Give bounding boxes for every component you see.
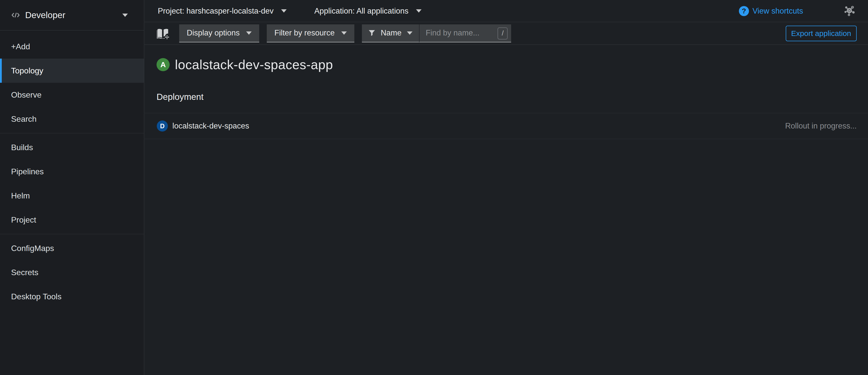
display-options-dropdown[interactable]: Display options — [179, 24, 259, 42]
application-badge: A — [157, 58, 169, 71]
perspective-label: Developer — [25, 10, 65, 20]
project-selector-label: Project: harshcasper-localsta-dev — [158, 6, 274, 15]
find-by-name-input[interactable] — [419, 24, 511, 42]
deployment-kind-badge: D — [157, 121, 168, 132]
chevron-down-icon — [246, 31, 252, 35]
topology-list-view: A localstack-dev-spaces-app Deployment D… — [145, 57, 868, 139]
filter-funnel-icon — [368, 29, 375, 37]
context-bar: Project: harshcasper-localsta-dev Applic… — [145, 0, 868, 22]
chevron-down-icon — [341, 31, 347, 35]
name-filter-label: Name — [381, 28, 402, 37]
resource-kind-heading: Deployment — [157, 92, 868, 102]
sidebar-item-pipelines[interactable]: Pipelines — [0, 160, 144, 183]
nav-group-build: Builds Pipelines Helm Project — [0, 133, 144, 234]
deployment-name: localstack-dev-spaces — [173, 122, 249, 131]
nav-group-main: +Add Topology Observe Search — [0, 30, 144, 133]
sidebar-item-helm[interactable]: Helm — [0, 183, 144, 208]
sidebar-item-desktop-tools[interactable]: Desktop Tools — [0, 284, 144, 309]
name-filter-group: Name / — [362, 24, 512, 42]
sidebar: Developer +Add Topology Observe Search B… — [0, 0, 144, 375]
sidebar-item-add[interactable]: +Add — [0, 34, 144, 59]
question-circle-icon: ? — [739, 6, 749, 16]
filter-by-resource-label: Filter by resource — [274, 28, 335, 37]
deployment-row[interactable]: D localstack-dev-spaces Rollout in progr… — [145, 113, 868, 139]
chevron-down-icon — [416, 9, 422, 12]
view-shortcuts-label: View shortcuts — [752, 6, 803, 15]
code-icon — [11, 10, 20, 20]
chevron-down-icon — [281, 9, 287, 12]
topology-toolbar: Display options Filter by resource Name — [145, 22, 868, 45]
deployment-status: Rollout in progress... — [785, 122, 857, 131]
sidebar-nav: +Add Topology Observe Search Builds Pipe… — [0, 30, 144, 311]
application-selector-label: Application: All applications — [314, 6, 408, 15]
sidebar-item-project[interactable]: Project — [0, 208, 144, 232]
sidebar-item-configmaps[interactable]: ConfigMaps — [0, 236, 144, 260]
project-selector[interactable]: Project: harshcasper-localsta-dev — [158, 6, 287, 15]
sidebar-item-builds[interactable]: Builds — [0, 135, 144, 160]
application-name: localstack-dev-spaces-app — [175, 57, 333, 72]
sidebar-item-topology[interactable]: Topology — [0, 59, 144, 83]
perspective-switcher[interactable]: Developer — [0, 0, 144, 30]
display-options-label: Display options — [187, 28, 240, 37]
topology-view-icon[interactable] — [843, 5, 856, 17]
export-application-button[interactable]: Export application — [786, 26, 857, 41]
sidebar-item-search[interactable]: Search — [0, 107, 144, 131]
openshift-topology-page: Developer +Add Topology Observe Search B… — [0, 0, 868, 375]
name-filter-dropdown[interactable]: Name — [362, 24, 419, 42]
context-bar-right: ? View shortcuts — [739, 5, 856, 17]
quick-search-book-icon[interactable] — [156, 26, 169, 40]
sidebar-item-secrets[interactable]: Secrets — [0, 260, 144, 284]
filter-by-resource-dropdown[interactable]: Filter by resource — [267, 24, 354, 42]
find-by-name-wrapper: / — [419, 24, 511, 42]
chevron-down-icon — [407, 31, 412, 35]
application-selector[interactable]: Application: All applications — [314, 6, 422, 15]
nav-group-config: ConfigMaps Secrets Desktop Tools — [0, 234, 144, 311]
view-shortcuts-link[interactable]: ? View shortcuts — [739, 6, 803, 16]
chevron-down-icon — [122, 13, 128, 17]
sidebar-item-observe[interactable]: Observe — [0, 83, 144, 107]
resource-list: D localstack-dev-spaces Rollout in progr… — [145, 113, 868, 139]
main-area: Project: harshcasper-localsta-dev Applic… — [145, 0, 868, 375]
application-group-header: A localstack-dev-spaces-app — [157, 57, 868, 72]
